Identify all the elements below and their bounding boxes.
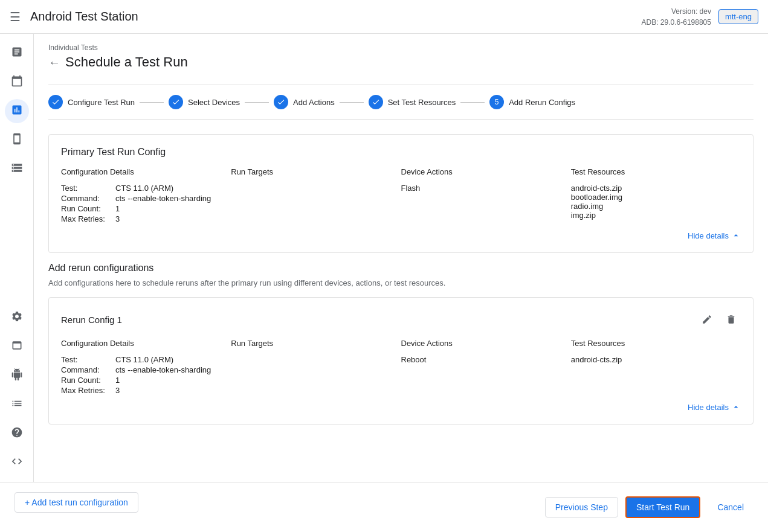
- code-icon: [11, 455, 23, 470]
- sidebar-item-window[interactable]: [5, 335, 29, 359]
- rerun-config-grid: Configuration Details Run Targets Device…: [61, 339, 741, 395]
- rerun-details-header: Configuration Details: [61, 339, 231, 355]
- step-2-label: Select Devices: [188, 98, 240, 107]
- calendar-icon: [11, 75, 23, 90]
- page-title: Schedule a Test Run: [65, 54, 188, 70]
- primary-config-grid: Configuration Details Run Targets Device…: [61, 167, 741, 223]
- step-2: Select Devices: [169, 95, 240, 109]
- run-count-label: Run Count:: [61, 204, 115, 213]
- rerun-test-label: Test:: [61, 355, 115, 364]
- command-val: cts --enable-token-sharding: [115, 194, 231, 203]
- rerun-command-val: cts --enable-token-sharding: [115, 365, 231, 374]
- sidebar-item-android[interactable]: [5, 364, 29, 388]
- test-label: Test:: [61, 184, 115, 193]
- rerun-run-targets-header: Run Targets: [231, 339, 401, 355]
- delete-rerun-config-button[interactable]: [721, 310, 741, 329]
- main-content: Individual Tests ← Schedule a Test Run C…: [34, 34, 768, 482]
- primary-run-targets-col: [231, 184, 401, 223]
- sidebar-item-devices[interactable]: [5, 128, 29, 152]
- storage-icon: [11, 162, 23, 177]
- primary-device-actions-header: Device Actions: [401, 167, 571, 184]
- rerun-config-title: Rerun Config 1: [61, 315, 122, 325]
- previous-step-button[interactable]: Previous Step: [545, 497, 618, 518]
- profile-badge[interactable]: mtt-eng: [718, 9, 758, 24]
- rerun-run-count-label: Run Count:: [61, 376, 115, 385]
- window-icon: [11, 339, 23, 354]
- step-1-circle: [48, 95, 63, 109]
- rerun-section-title: Add rerun configurations: [48, 263, 753, 274]
- sidebar-item-code[interactable]: [5, 450, 29, 475]
- sidebar-item-help[interactable]: [5, 421, 29, 446]
- sidebar-item-tasks[interactable]: [5, 41, 29, 65]
- tasks-icon: [11, 46, 23, 61]
- rerun-command-label: Command:: [61, 365, 115, 374]
- android-icon: [11, 368, 23, 383]
- rerun-run-targets-col: [231, 355, 401, 395]
- phone-icon: [11, 133, 23, 148]
- add-test-run-config-button[interactable]: + Add test run configuration: [15, 492, 138, 513]
- breadcrumb: Individual Tests: [48, 43, 753, 52]
- page-header: ← Schedule a Test Run: [48, 54, 753, 70]
- cancel-button[interactable]: Cancel: [708, 498, 753, 517]
- step-3-circle: [274, 95, 288, 109]
- primary-run-targets-header: Run Targets: [231, 167, 401, 184]
- charts-icon: [11, 104, 23, 119]
- primary-config-title: Primary Test Run Config: [61, 147, 741, 158]
- primary-resource-1: android-cts.zip: [571, 184, 741, 193]
- rerun-test-resources-header: Test Resources: [571, 339, 741, 355]
- test-val: CTS 11.0 (ARM): [115, 184, 231, 193]
- sidebar-item-storage[interactable]: [5, 157, 29, 181]
- step-5-circle: 5: [489, 95, 504, 109]
- step-4-label: Set Test Resources: [388, 98, 456, 107]
- sidebar-item-list[interactable]: [5, 393, 29, 417]
- rerun-resource-1: android-cts.zip: [571, 355, 741, 364]
- settings-icon: [11, 310, 23, 325]
- connector-4-5: [460, 102, 485, 103]
- footer: + Add test run configuration Previous St…: [0, 482, 768, 532]
- step-3-label: Add Actions: [293, 98, 335, 107]
- primary-config-card: Primary Test Run Config Configuration De…: [48, 134, 753, 253]
- rerun-config-card: Rerun Config 1 Configuration Deta: [48, 297, 753, 425]
- rerun-card-actions: [697, 310, 741, 329]
- rerun-section: Add rerun configurations Add configurati…: [48, 263, 753, 425]
- list-icon: [11, 397, 23, 412]
- app-title: Android Test Station: [30, 10, 642, 24]
- sidebar: [0, 34, 34, 482]
- menu-icon[interactable]: ☰: [10, 10, 21, 24]
- step-4: Set Test Resources: [369, 95, 456, 109]
- primary-resource-2: bootloader.img: [571, 193, 741, 202]
- sidebar-item-charts[interactable]: [5, 99, 29, 123]
- rerun-details-col: Test: CTS 11.0 (ARM) Command: cts --enab…: [61, 355, 231, 395]
- back-button[interactable]: ←: [48, 56, 60, 69]
- primary-details-col: Test: CTS 11.0 (ARM) Command: cts --enab…: [61, 184, 231, 223]
- rerun-hide-details[interactable]: Hide details: [61, 402, 741, 412]
- sidebar-item-settings[interactable]: [5, 306, 29, 330]
- command-label: Command:: [61, 194, 115, 203]
- edit-rerun-config-button[interactable]: [697, 310, 717, 329]
- version-info: Version: dev ADB: 29.0.6-6198805: [642, 6, 711, 28]
- primary-details-header: Configuration Details: [61, 167, 231, 184]
- rerun-test-resources-col: android-cts.zip: [571, 355, 741, 395]
- start-test-run-button[interactable]: Start Test Run: [625, 496, 700, 518]
- step-2-circle: [169, 95, 183, 109]
- rerun-device-action-val: Reboot: [401, 355, 427, 364]
- step-5: 5 Add Rerun Configs: [489, 95, 575, 109]
- rerun-section-desc: Add configurations here to schedule reru…: [48, 278, 753, 287]
- primary-hide-details[interactable]: Hide details: [61, 231, 741, 240]
- run-count-val: 1: [115, 204, 231, 213]
- connector-1-2: [140, 102, 164, 103]
- rerun-max-retries-val: 3: [115, 386, 231, 395]
- step-3: Add Actions: [274, 95, 335, 109]
- rerun-max-retries-label: Max Retries:: [61, 386, 115, 395]
- max-retries-label: Max Retries:: [61, 214, 115, 223]
- primary-device-action-val: Flash: [401, 184, 421, 193]
- step-1: Configure Test Run: [48, 95, 135, 109]
- step-1-label: Configure Test Run: [68, 98, 135, 107]
- step-5-label: Add Rerun Configs: [509, 98, 575, 107]
- rerun-run-count-val: 1: [115, 376, 231, 385]
- help-icon: [11, 426, 23, 441]
- primary-test-resources-col: android-cts.zip bootloader.img radio.img…: [571, 184, 741, 223]
- primary-resource-3: radio.img: [571, 202, 741, 211]
- sidebar-item-calendar[interactable]: [5, 70, 29, 94]
- rerun-config-details: Test: CTS 11.0 (ARM) Command: cts --enab…: [61, 355, 231, 395]
